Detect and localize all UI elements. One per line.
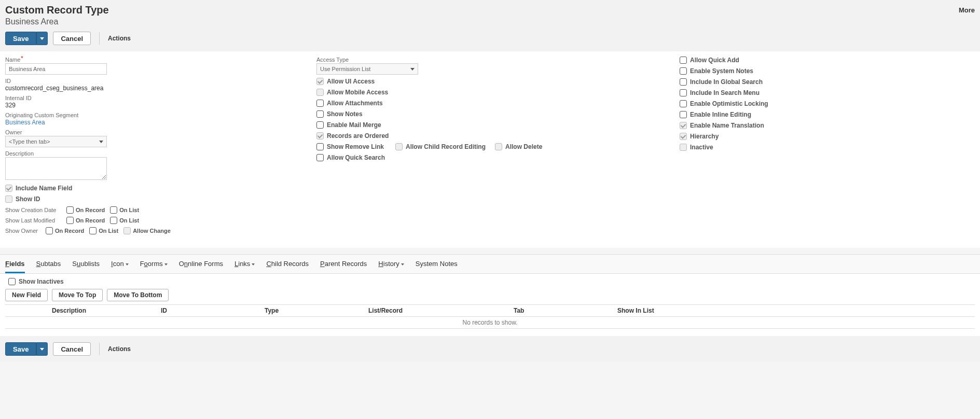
- tab-sublists[interactable]: Suublists: [72, 255, 100, 273]
- id-value: customrecord_cseg_business_area: [5, 85, 103, 92]
- allow-child-edit-checkbox: [395, 143, 403, 150]
- enable-name-translation-checkbox: [680, 122, 687, 129]
- tab-child-records[interactable]: Child Records: [266, 255, 309, 273]
- show-remove-link-checkbox[interactable]: [316, 143, 324, 150]
- creation-on-list-label: On List: [119, 207, 139, 213]
- divider: [99, 343, 100, 355]
- tab-content-fields: Show Inactives New Field Move To Top Mov…: [0, 274, 980, 336]
- new-field-button[interactable]: New Field: [5, 289, 48, 301]
- allow-delete-checkbox: [495, 143, 502, 150]
- fields-grid-header: Description ID Type List/Record Tab Show…: [5, 304, 975, 317]
- origin-segment-label: Originating Custom Segment: [5, 112, 296, 118]
- tab-links[interactable]: Links: [234, 255, 255, 273]
- owner-allow-change-checkbox: [123, 227, 131, 234]
- form-column-1: Name* ID customrecord_cseg_business_area…: [5, 57, 296, 238]
- chevron-down-icon: [401, 263, 404, 266]
- save-button-footer[interactable]: Save: [5, 342, 36, 356]
- owner-label: Owner: [5, 129, 296, 135]
- allow-ui-access-checkbox: [316, 78, 324, 85]
- col-id: ID: [161, 307, 265, 314]
- allow-attachments-checkbox[interactable]: [316, 100, 324, 107]
- allow-quick-add-checkbox[interactable]: [680, 57, 687, 64]
- cancel-button[interactable]: Cancel: [53, 32, 91, 45]
- owner-on-record-label: On Record: [55, 228, 84, 234]
- enable-mail-merge-checkbox[interactable]: [316, 121, 324, 129]
- cancel-button-footer[interactable]: Cancel: [53, 342, 91, 356]
- tab-fields[interactable]: Fields: [5, 255, 25, 273]
- allow-mobile-access-label: Allow Mobile Access: [327, 89, 388, 96]
- creation-on-list-checkbox[interactable]: [110, 206, 117, 214]
- access-type-label: Access Type: [316, 57, 659, 63]
- name-input[interactable]: [5, 63, 107, 75]
- show-notes-checkbox[interactable]: [316, 110, 324, 118]
- include-name-field-label: Include Name Field: [16, 185, 72, 192]
- tab-history[interactable]: History: [378, 255, 404, 273]
- tab-online-forms[interactable]: Onnline Forms: [179, 255, 223, 273]
- show-notes-label: Show Notes: [327, 110, 363, 118]
- description-textarea[interactable]: [5, 157, 107, 180]
- chevron-down-icon: [252, 263, 255, 266]
- chevron-down-icon: [40, 37, 44, 40]
- allow-quick-search-checkbox[interactable]: [316, 154, 324, 161]
- allow-ui-access-label: Allow UI Access: [327, 78, 375, 85]
- form-section: Name* ID customrecord_cseg_business_area…: [0, 51, 980, 248]
- col-type: Type: [265, 307, 368, 314]
- action-bar: Save Cancel Actions: [5, 32, 975, 45]
- show-last-modified-label: Show Last Modified: [5, 217, 61, 224]
- form-column-2: Access Type Use Permission List Allow UI…: [316, 57, 659, 238]
- owner-on-list-checkbox[interactable]: [89, 227, 96, 234]
- access-type-select[interactable]: Use Permission List: [316, 63, 418, 75]
- include-search-menu-label: Include In Search Menu: [690, 89, 760, 96]
- show-creation-date-label: Show Creation Date: [5, 207, 61, 213]
- move-to-bottom-button[interactable]: Move To Bottom: [107, 289, 169, 301]
- creation-on-record-checkbox[interactable]: [66, 206, 74, 214]
- tab-forms[interactable]: Foorms: [140, 255, 168, 273]
- actions-menu-footer[interactable]: Actions: [108, 345, 131, 353]
- enable-inline-editing-label: Enable Inline Editing: [690, 111, 751, 118]
- save-button-group-footer: Save: [5, 342, 48, 356]
- move-to-top-button[interactable]: Move To Top: [52, 289, 103, 301]
- modified-on-record-checkbox[interactable]: [66, 217, 74, 224]
- enable-inline-editing-checkbox[interactable]: [680, 111, 687, 118]
- tab-subtabs[interactable]: Subtabs: [36, 255, 61, 273]
- tab-system-notes[interactable]: System Notes: [416, 255, 458, 273]
- include-global-search-checkbox[interactable]: [680, 78, 687, 86]
- modified-on-list-label: On List: [119, 217, 139, 224]
- internal-id-value: 329: [5, 102, 16, 109]
- save-dropdown-button-footer[interactable]: [36, 342, 48, 356]
- actions-menu[interactable]: Actions: [108, 35, 131, 42]
- include-global-search-label: Include In Global Search: [690, 78, 763, 86]
- owner-select[interactable]: <Type then tab>: [5, 136, 107, 147]
- modified-on-list-checkbox[interactable]: [110, 217, 117, 224]
- no-records-row: No records to show.: [5, 317, 975, 329]
- origin-segment-link[interactable]: Business Area: [5, 119, 45, 126]
- save-dropdown-button[interactable]: [36, 32, 48, 45]
- enable-system-notes-checkbox[interactable]: [680, 67, 687, 75]
- form-column-3: Allow Quick Add Enable System Notes Incl…: [680, 57, 975, 238]
- chevron-down-icon: [126, 263, 129, 266]
- allow-attachments-label: Allow Attachments: [327, 100, 383, 107]
- id-label: ID: [5, 78, 296, 84]
- tab-parent-records[interactable]: Parent Records: [320, 255, 367, 273]
- enable-optimistic-locking-checkbox[interactable]: [680, 100, 687, 107]
- tabs-container: Fields Subtabs Suublists Icon Foorms Onn…: [0, 254, 980, 336]
- save-button[interactable]: Save: [5, 32, 36, 45]
- save-button-group: Save: [5, 32, 48, 45]
- chevron-down-icon: [164, 263, 168, 266]
- owner-allow-change-label: Allow Change: [133, 228, 171, 234]
- owner-on-record-checkbox[interactable]: [46, 227, 53, 234]
- access-type-value: Use Permission List: [320, 66, 370, 72]
- enable-optimistic-locking-label: Enable Optimistic Locking: [690, 100, 768, 107]
- more-menu[interactable]: More: [959, 6, 975, 14]
- include-search-menu-checkbox[interactable]: [680, 89, 687, 96]
- allow-child-edit-label: Allow Child Record Editing: [406, 143, 486, 150]
- show-inactives-checkbox[interactable]: [8, 278, 16, 285]
- owner-on-list-label: On List: [99, 228, 118, 234]
- description-label: Description: [5, 150, 296, 157]
- enable-name-translation-label: Enable Name Translation: [690, 122, 764, 129]
- show-id-checkbox: [5, 195, 12, 203]
- chevron-down-icon: [40, 348, 44, 351]
- tab-icon[interactable]: Icon: [111, 255, 129, 273]
- inactive-label: Inactive: [690, 144, 713, 151]
- name-label: Name*: [5, 57, 296, 63]
